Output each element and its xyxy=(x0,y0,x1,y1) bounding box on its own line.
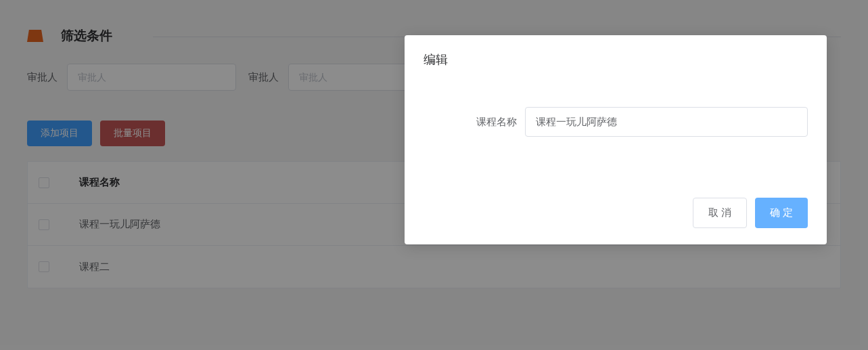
dialog-title: 编辑 xyxy=(424,51,808,68)
course-name-label: 课程名称 xyxy=(464,116,525,129)
dialog-footer: 取 消 确 定 xyxy=(424,198,808,228)
confirm-button[interactable]: 确 定 xyxy=(755,198,808,228)
course-name-input[interactable] xyxy=(525,107,808,137)
dialog-form-row: 课程名称 xyxy=(424,107,808,137)
edit-dialog: 编辑 课程名称 取 消 确 定 xyxy=(405,35,827,244)
cancel-button[interactable]: 取 消 xyxy=(693,198,747,228)
